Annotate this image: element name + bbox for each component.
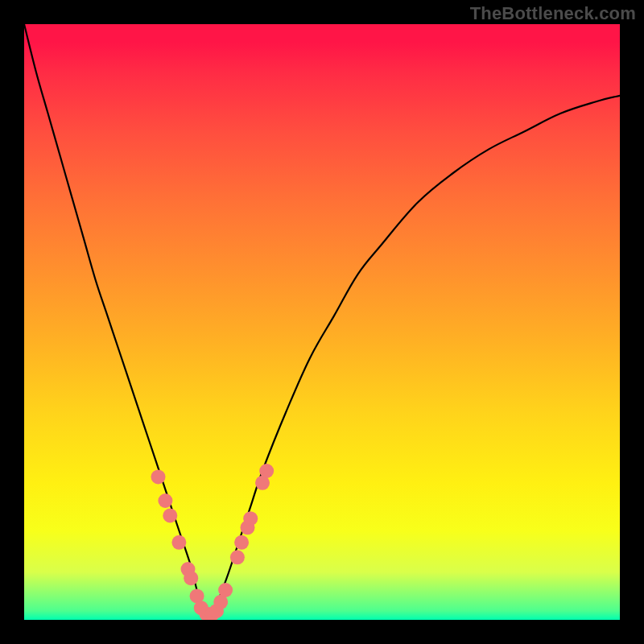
- chart-canvas: TheBottleneck.com: [0, 0, 644, 644]
- frame-bottom: [0, 620, 644, 644]
- curve-marker: [163, 509, 177, 523]
- plot-area: [24, 24, 620, 620]
- marker-group: [151, 464, 275, 620]
- curve-marker: [243, 511, 258, 526]
- bottleneck-curve: [24, 24, 620, 614]
- curve-marker: [171, 535, 186, 550]
- curve-layer: [24, 24, 620, 620]
- frame-right: [620, 0, 644, 644]
- watermark-text: TheBottleneck.com: [470, 3, 636, 24]
- curve-marker: [234, 535, 249, 550]
- curve-marker: [151, 469, 166, 484]
- curve-marker: [218, 583, 233, 597]
- curve-marker: [158, 493, 172, 508]
- frame-left: [0, 0, 24, 644]
- curve-marker: [230, 550, 245, 564]
- curve-marker: [184, 571, 198, 585]
- curve-marker: [259, 464, 274, 478]
